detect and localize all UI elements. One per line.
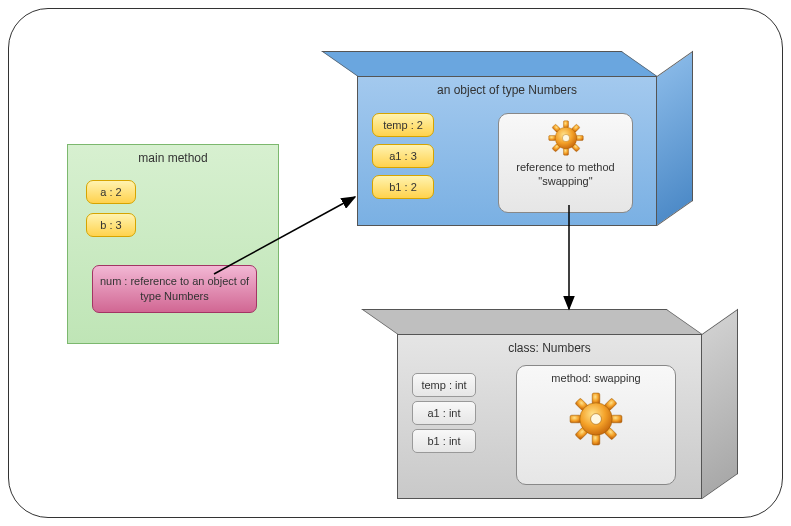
- svg-rect-2: [548, 135, 555, 140]
- svg-rect-0: [563, 121, 568, 128]
- object-cube: an object of type Numbers temp : 2 a1 : …: [357, 51, 657, 226]
- svg-rect-11: [592, 434, 600, 445]
- svg-rect-10: [592, 393, 600, 404]
- object-cube-front: an object of type Numbers temp : 2 a1 : …: [357, 76, 657, 226]
- svg-rect-3: [576, 135, 583, 140]
- class-title: class: Numbers: [398, 335, 701, 361]
- class-b1: b1 : int: [412, 429, 476, 453]
- object-title: an object of type Numbers: [358, 77, 656, 103]
- class-cube: class: Numbers temp : int a1 : int b1 : …: [397, 309, 702, 499]
- class-method-box: method: swapping: [516, 365, 676, 485]
- obj-method-ref-label: reference to method "swapping": [499, 160, 632, 189]
- obj-b1: b1 : 2: [372, 175, 434, 199]
- object-cube-side: [657, 51, 693, 226]
- svg-rect-13: [611, 415, 622, 423]
- class-temp: temp : int: [412, 373, 476, 397]
- var-num: num : reference to an object of type Num…: [92, 265, 257, 313]
- main-method-box: main method a : 2 b : 3 num : reference …: [67, 144, 279, 344]
- class-method-label: method: swapping: [517, 372, 675, 384]
- main-method-title: main method: [68, 145, 278, 171]
- var-b: b : 3: [86, 213, 136, 237]
- svg-point-9: [562, 134, 569, 141]
- diagram-frame: main method a : 2 b : 3 num : reference …: [8, 8, 783, 518]
- class-cube-side: [702, 309, 738, 499]
- svg-rect-1: [563, 148, 568, 155]
- gear-icon: [517, 392, 675, 446]
- svg-rect-12: [570, 415, 581, 423]
- var-a: a : 2: [86, 180, 136, 204]
- class-a1: a1 : int: [412, 401, 476, 425]
- svg-point-19: [591, 414, 602, 425]
- obj-temp: temp : 2: [372, 113, 434, 137]
- obj-a1: a1 : 3: [372, 144, 434, 168]
- class-cube-front: class: Numbers temp : int a1 : int b1 : …: [397, 334, 702, 499]
- obj-method-ref-box: reference to method "swapping": [498, 113, 633, 213]
- gear-icon: [499, 120, 632, 156]
